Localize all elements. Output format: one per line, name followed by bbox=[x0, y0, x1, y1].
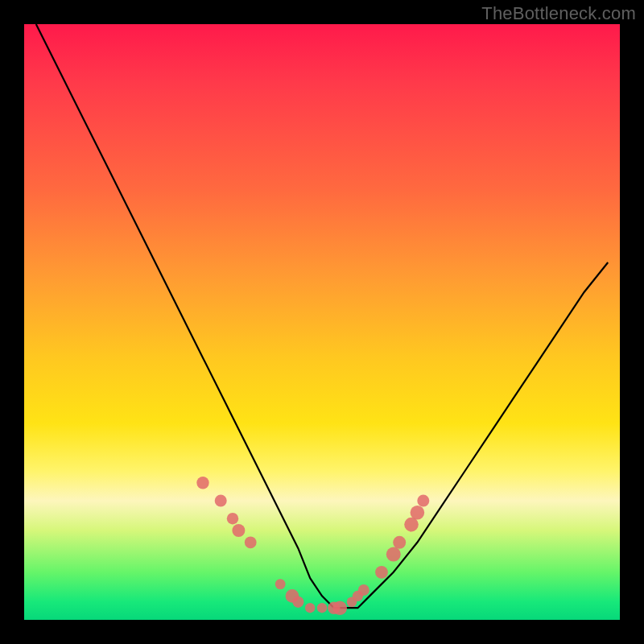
salmon-dot bbox=[317, 603, 327, 613]
salmon-dot bbox=[196, 477, 208, 489]
bottleneck-curve bbox=[36, 24, 608, 608]
salmon-dot bbox=[227, 513, 238, 524]
chart-frame: TheBottleneck.com bbox=[0, 0, 644, 644]
salmon-dot bbox=[215, 495, 227, 507]
salmon-dot bbox=[375, 566, 388, 579]
salmon-dot bbox=[232, 524, 245, 537]
salmon-dot bbox=[275, 579, 286, 589]
salmon-dot bbox=[305, 603, 315, 613]
watermark-text: TheBottleneck.com bbox=[481, 3, 636, 24]
salmon-dot bbox=[292, 597, 303, 608]
salmon-dot bbox=[358, 584, 369, 596]
curve-svg bbox=[24, 24, 620, 620]
plot-area bbox=[24, 24, 620, 620]
salmon-dot bbox=[411, 506, 425, 520]
salmon-dot bbox=[386, 547, 401, 562]
salmon-dots-group bbox=[196, 477, 429, 615]
salmon-dot bbox=[393, 536, 406, 549]
salmon-dot bbox=[417, 495, 429, 507]
salmon-dot bbox=[245, 536, 257, 548]
salmon-dot bbox=[332, 601, 347, 615]
